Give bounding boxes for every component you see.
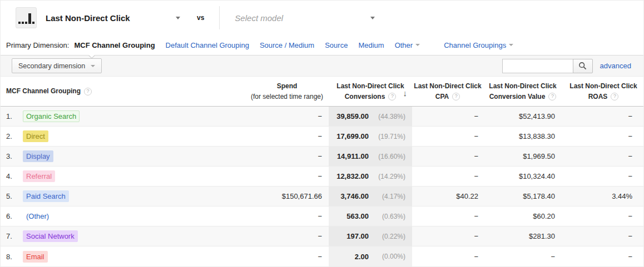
column-header-sublabel: Conversions [345,92,385,102]
column-header-label: Spend [277,81,298,92]
table-row: 5.Paid Search$150,671.663,746.00(4.17%)$… [1,187,643,206]
table-body: 1.Organic Search−39,859.00(44.38%)−$52,4… [1,107,643,266]
chevron-down-icon [415,44,420,46]
channel-label-social-network: Social Network [23,230,78,242]
cpa-cell: − [412,147,483,166]
row-index: 2. [6,132,23,140]
model-icon-dot [18,22,21,24]
model-icon-dot [25,22,27,24]
comparison-model-selector[interactable]: Select model [235,13,375,23]
row-index: 6. [6,212,23,220]
channel-cell: 2.Direct [1,127,245,146]
table-row: 3.Display−14,911.00(16.60%)−$1,969.50− [1,147,643,167]
help-icon[interactable]: ? [84,88,92,95]
conversions-cell: 14,911.00(16.60%) [329,147,412,166]
primary-model-selector[interactable]: Last Non-Direct Click [46,13,180,23]
tab-label: Source / Medium [260,41,314,49]
spend-cell: − [245,147,329,166]
primary-dimension-tab-default-channel-grouping[interactable]: Default Channel Grouping [166,41,249,49]
search-icon [578,62,587,70]
help-icon[interactable]: ? [452,93,460,100]
column-header-sublabel: CPA [435,92,449,102]
advanced-search-link[interactable]: advanced [600,62,631,70]
channel-cell: 8.Email [1,246,245,266]
sort-descending-icon: ↓ [403,86,408,99]
conversion-value-cell: $281.30 [483,226,562,246]
conversion-value-cell: − [483,246,562,266]
primary-dimension-tab-mcf-channel-grouping[interactable]: MCF Channel Grouping [74,41,155,49]
column-header-roas[interactable]: Last Non-Direct Click ROAS ? [562,77,644,106]
spend-cell: − [245,226,329,246]
row-index: 4. [6,172,23,180]
model-selector-bar: Last Non-Direct Click vs Select model [1,1,643,35]
spend-cell: − [245,206,329,226]
primary-dimension-bar: Primary Dimension: MCF Channel GroupingD… [1,35,643,56]
help-icon[interactable]: ? [388,93,396,100]
cpa-cell: − [412,226,483,246]
conversions-value: 2.00 [355,253,369,261]
tab-label: MCF Channel Grouping [74,41,155,49]
conversion-value-cell: $13,838.30 [483,127,562,146]
primary-dimension-tab-source[interactable]: Source [325,41,348,49]
conversions-percent: (0.00%) [369,253,405,260]
conversions-cell: 17,699.00(19.71%) [329,127,412,146]
conversion-value-cell: $10,324.40 [483,167,562,186]
chevron-down-icon [176,17,180,19]
column-header-label: Last Non-Direct Click [414,81,481,92]
table-row: 7.Social Network−197.00(0.22%)−$281.30− [1,226,643,246]
conversions-percent: (0.22%) [369,233,405,240]
column-header-conversion-value[interactable]: Last Non-Direct Click Conversion Value ? [483,77,562,106]
chevron-down-icon [370,17,375,19]
cpa-cell: $40.22 [412,187,483,206]
roas-cell: − [562,246,644,266]
primary-dimension-tab-other[interactable]: Other [395,41,420,49]
vertical-divider [219,6,220,29]
help-icon[interactable]: ? [611,93,618,100]
column-header-cpa[interactable]: Last Non-Direct Click CPA ? [412,77,483,106]
primary-dimension-tabs: MCF Channel GroupingDefault Channel Grou… [74,41,524,49]
row-index: 7. [6,232,23,240]
search-input[interactable] [502,59,573,73]
column-header-label: Last Non-Direct Click [489,81,556,92]
help-icon[interactable]: ? [548,93,556,100]
column-header-conversions[interactable]: Last Non-Direct Click Conversions ? ↓ [329,77,412,106]
table-search-area: advanced [502,59,631,73]
conversions-value: 197.00 [346,232,369,240]
roas-cell: − [562,206,644,226]
tab-label: Channel Groupings [444,41,506,49]
conversions-percent: (44.38%) [369,113,405,120]
column-header-channel[interactable]: MCF Channel Grouping ? [1,77,245,106]
channel-label-paid-search: Paid Search [23,190,69,202]
spend-cell: − [245,127,329,146]
channel-label-organic-search: Organic Search [23,110,80,122]
row-index: 5. [6,192,23,200]
channel-cell: 5.Paid Search [1,187,245,206]
channel-cell: 3.Display [1,147,245,166]
column-header-sublabel: Conversion Value [489,92,546,102]
tab-label: Other [395,41,413,49]
secondary-dimension-button[interactable]: Secondary dimension [12,58,102,73]
channel-cell: 6.(Other) [1,206,245,226]
table-row: 1.Organic Search−39,859.00(44.38%)−$52,4… [1,107,643,127]
channel-cell: 1.Organic Search [1,107,245,126]
column-header-spend[interactable]: Spend (for selected time range) [245,77,329,106]
row-index: 3. [6,152,23,160]
channel-label-other: (Other) [23,210,52,222]
conversions-cell: 3,746.00(4.17%) [329,187,412,206]
primary-dimension-tab-source-medium[interactable]: Source / Medium [260,41,314,49]
conversions-cell: 39,859.00(44.38%) [329,107,412,126]
table-row: 4.Referral−12,832.00(14.29%)−$10,324.40− [1,167,643,187]
column-header-sublabel: ROAS [588,92,608,102]
channel-label-referral: Referral [23,170,55,182]
conversions-value: 12,832.00 [336,172,369,180]
roas-cell: − [562,226,644,246]
conversions-cell: 12,832.00(14.29%) [329,167,412,186]
primary-dimension-tab-channel-groupings[interactable]: Channel Groupings [444,41,513,49]
primary-dimension-tab-medium[interactable]: Medium [358,41,384,49]
tab-label: Medium [358,41,384,49]
search-button[interactable] [573,59,593,73]
conversions-value: 3,746.00 [340,192,369,200]
table-row: 6.(Other)−563.00(0.63%)−$60.20− [1,206,643,226]
roas-cell: − [562,147,644,166]
spend-cell: − [245,167,329,186]
